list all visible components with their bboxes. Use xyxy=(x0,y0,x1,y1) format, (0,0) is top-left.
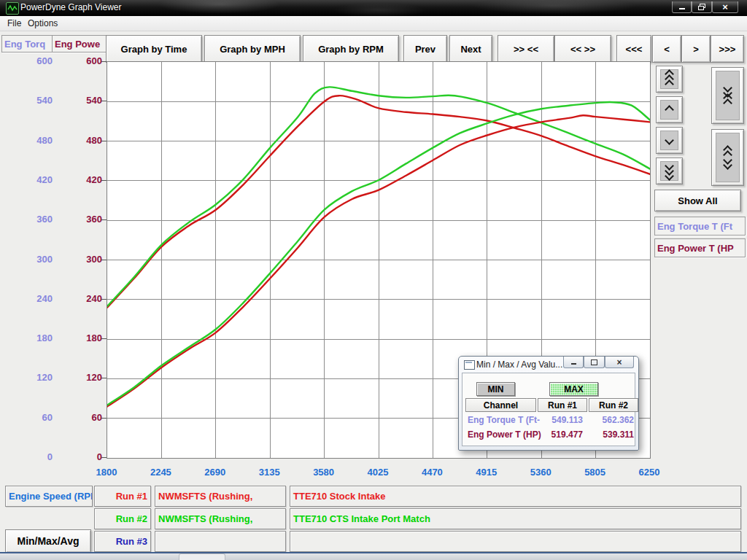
y-tick-label: 240 xyxy=(64,293,102,305)
minmax-close-button[interactable]: × xyxy=(605,357,634,368)
title-bar: PowerDyne Graph Viewer × xyxy=(0,0,747,16)
y-tick-mark xyxy=(101,260,107,260)
minmax-col-header[interactable]: Run #2 xyxy=(589,398,638,412)
chevron-up-icon xyxy=(660,100,678,120)
y-tick-mark xyxy=(101,141,107,141)
minmax-row-run1-value: 549.113 xyxy=(538,415,583,425)
minmax-row-channel: Eng Torque T (Ft- xyxy=(468,415,540,425)
window-title: PowerDyne Graph Viewer xyxy=(20,2,122,12)
min-toggle-button[interactable]: MIN xyxy=(476,382,515,396)
pan-down-fast-button[interactable] xyxy=(656,158,683,184)
minimize-icon xyxy=(679,8,685,9)
minmax-row-run2-value: 539.311 xyxy=(589,429,634,440)
close-icon: × xyxy=(722,2,728,12)
y-tick-label: 540 xyxy=(64,95,102,106)
close-icon: × xyxy=(616,358,622,367)
taskbar-button-edge xyxy=(179,553,225,560)
app-oscilloscope-icon xyxy=(6,2,19,15)
y-tick-label: 0 xyxy=(15,451,53,463)
minmax-minimize-button[interactable] xyxy=(563,357,584,368)
graph-by-time-button[interactable]: Graph by Time xyxy=(106,35,202,63)
close-button[interactable]: × xyxy=(712,1,738,13)
y-tick-label: 480 xyxy=(15,135,53,147)
y-tick-label: 60 xyxy=(15,412,53,424)
minmax-window-title[interactable]: Min / Max / Avg Valu... xyxy=(476,359,562,370)
y-tick-mark xyxy=(101,219,107,220)
pan-right-button[interactable]: > xyxy=(681,35,711,63)
chevron-up-icon xyxy=(665,105,674,114)
run-label-box: Run #2 xyxy=(94,508,151,529)
x-tick-label: 6250 xyxy=(622,467,676,478)
zoom-out-y-button[interactable] xyxy=(711,129,744,186)
y-tick-label: 420 xyxy=(15,174,53,186)
minmax-restore-button[interactable] xyxy=(584,357,605,368)
minimize-button[interactable] xyxy=(672,1,692,13)
minmax-row-channel: Eng Power T (HP) xyxy=(468,429,541,440)
menu-item-options[interactable]: Options xyxy=(25,18,61,28)
y-tick-label: 120 xyxy=(64,372,102,384)
y-tick-mark xyxy=(101,299,107,300)
minmax-row-run2-value: 562.362 xyxy=(589,415,634,425)
pan-up-fast-button[interactable] xyxy=(656,66,683,93)
chevrons-expand-vertical-icon xyxy=(716,133,740,182)
x-channel-box[interactable]: Engine Speed (RPM xyxy=(5,486,93,507)
menu-item-file[interactable]: File xyxy=(4,18,24,28)
y-tick-label: 300 xyxy=(15,254,53,265)
x-tick-label: 5360 xyxy=(514,467,568,478)
minmax-row-run1-value: 519.477 xyxy=(538,429,583,440)
pan-left-button[interactable]: < xyxy=(652,35,681,63)
y-tick-label: 180 xyxy=(15,332,53,344)
pan-down-button[interactable] xyxy=(656,127,683,154)
chevrons-collapse-vertical-icon xyxy=(716,71,740,120)
minmax-avg-button[interactable]: Min/Max/Avg xyxy=(5,529,91,553)
y-tick-label: 60 xyxy=(64,412,102,424)
zoom-out-x-button[interactable]: << >> xyxy=(554,35,611,63)
x-tick-label: 4915 xyxy=(460,467,514,478)
prev-button[interactable]: Prev xyxy=(403,35,447,63)
minmax-col-header[interactable]: Run #1 xyxy=(538,398,587,412)
y-tick-label: 600 xyxy=(15,55,53,67)
y-axis-channel-box-torque[interactable]: Eng Torq xyxy=(1,35,54,52)
pan-up-button[interactable] xyxy=(656,96,683,123)
run-name-box: NWMSFTS (Rushing, xyxy=(155,486,286,507)
taskbar-strip xyxy=(0,552,747,560)
graph-by-mph-button[interactable]: Graph by MPH xyxy=(204,35,301,63)
max-toggle-button[interactable]: MAX xyxy=(549,382,598,396)
x-tick-label: 1800 xyxy=(80,467,133,478)
x-tick-label: 3580 xyxy=(297,467,351,478)
right-channel-box-torque[interactable]: Eng Torque T (Ft xyxy=(654,217,746,236)
minmax-window: Min / Max / Avg Valu... × MIN MAX Channe… xyxy=(458,356,639,451)
show-all-button[interactable]: Show All xyxy=(654,190,741,211)
x-tick-label: 2245 xyxy=(133,467,187,478)
zoom-in-x-button[interactable]: >> << xyxy=(498,35,554,63)
y-tick-label: 120 xyxy=(15,372,53,384)
minimize-icon xyxy=(571,363,576,365)
y-tick-label: 360 xyxy=(64,214,102,225)
chevron-down-icon xyxy=(660,131,678,150)
y-axis-channel-box-power[interactable]: Eng Powe xyxy=(52,35,107,52)
y-tick-mark xyxy=(101,418,107,419)
graph-by-rpm-button[interactable]: Graph by RPM xyxy=(303,35,399,63)
x-tick-label: 2690 xyxy=(188,467,242,478)
minmax-col-header[interactable]: Channel xyxy=(465,398,536,412)
y-tick-mark xyxy=(101,61,107,62)
y-tick-mark xyxy=(101,180,107,181)
pan-far-right-button[interactable]: >>> xyxy=(711,35,744,63)
x-tick-label: 4470 xyxy=(405,467,459,478)
maximize-button[interactable] xyxy=(692,1,712,13)
minmax-window-icon xyxy=(464,360,475,370)
y-tick-label: 0 xyxy=(64,451,102,463)
zoom-in-y-button[interactable] xyxy=(711,67,744,124)
y-tick-label: 600 xyxy=(64,55,102,67)
y-tick-label: 480 xyxy=(64,135,102,147)
run-label-box: Run #1 xyxy=(94,486,151,507)
pan-far-left-button[interactable]: <<< xyxy=(616,35,651,63)
x-tick-label: 4025 xyxy=(351,467,405,478)
y-tick-label: 540 xyxy=(15,95,53,106)
x-tick-label: 5805 xyxy=(568,467,622,478)
right-channel-box-power[interactable]: Eng Power T (HP xyxy=(654,238,746,257)
next-button[interactable]: Next xyxy=(449,35,492,63)
run-description-box: TTE710 Stock Intake xyxy=(290,486,741,507)
run-name-box xyxy=(155,531,286,552)
run-label-box: Run #3 xyxy=(94,531,151,552)
